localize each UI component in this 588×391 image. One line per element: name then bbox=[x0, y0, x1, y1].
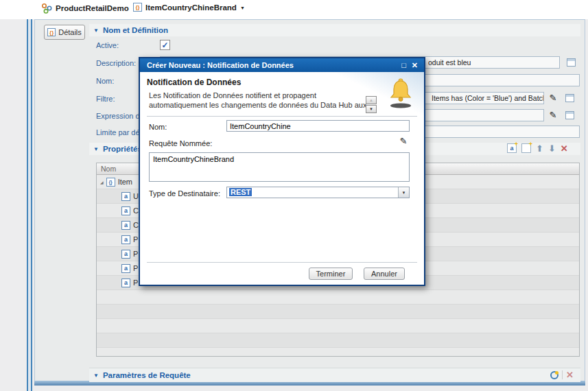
attr-row-label: C bbox=[133, 206, 139, 215]
section-query-params-title: Paramètres de Requête bbox=[103, 371, 191, 379]
dialog-type-label: Type de Destinataire: bbox=[149, 189, 220, 198]
expression-label: Expression d bbox=[96, 112, 140, 120]
section-query-params-header: ▼ Paramètres de Requête ✕ bbox=[89, 368, 580, 382]
tree-expander-icon[interactable]: ◢ bbox=[100, 180, 104, 185]
model-icon bbox=[41, 3, 52, 14]
filtre-label: Filtre: bbox=[96, 95, 115, 103]
description-label: Description: bbox=[96, 59, 136, 67]
dialog-body: Notification de Données Les Notification… bbox=[140, 72, 424, 285]
expression-expand-icon[interactable] bbox=[565, 111, 574, 119]
toolbar-separator bbox=[562, 370, 563, 379]
attribute-icon: a bbox=[121, 250, 130, 259]
table-row bbox=[97, 290, 579, 305]
separator bbox=[147, 116, 417, 117]
separator bbox=[147, 262, 417, 263]
table-row bbox=[97, 333, 579, 348]
add-item-button[interactable]: + bbox=[521, 143, 531, 153]
dialog-requete-label: Requête Nommée: bbox=[149, 139, 212, 147]
filtre-value: Items has (Color = 'Blue') and Batch bbox=[432, 94, 544, 102]
entity-icon: {} bbox=[133, 3, 142, 12]
model-name: ProductRetailDemo bbox=[56, 4, 129, 12]
description-value: oduit est bleu bbox=[428, 58, 471, 67]
add-spark-icon: + bbox=[515, 141, 518, 147]
annuler-button[interactable]: Annuler bbox=[364, 268, 405, 280]
add-spark-icon: + bbox=[529, 141, 532, 147]
entity-name: ItemCountryChineBrand bbox=[145, 3, 237, 12]
attribute-icon: a bbox=[510, 145, 513, 152]
section-name-definition-header: ▼ Nom et Définition bbox=[89, 24, 580, 36]
move-up-button[interactable]: ⬆ bbox=[536, 144, 543, 153]
close-button[interactable]: ✕ bbox=[412, 58, 418, 72]
entity-selector[interactable]: {} ItemCountryChineBrand ▼ bbox=[133, 3, 245, 12]
collapse-icon[interactable]: ▼ bbox=[93, 146, 99, 152]
pane-splitter[interactable] bbox=[27, 19, 32, 391]
active-label: Active: bbox=[96, 41, 119, 49]
attr-row-label: C bbox=[133, 221, 139, 229]
table-row bbox=[97, 305, 579, 319]
checkmark-icon: ✓ bbox=[161, 41, 168, 49]
add-attribute-button[interactable]: a + bbox=[507, 143, 517, 153]
nom-label: Nom: bbox=[96, 77, 114, 85]
object-icon: {} bbox=[106, 178, 115, 187]
delete-query-param-button[interactable]: ✕ bbox=[566, 370, 574, 379]
entity-dropdown-arrow-icon: ▼ bbox=[240, 4, 245, 10]
dialog-requete-textarea[interactable]: ItemCountryChineBrand bbox=[149, 152, 410, 182]
filtre-expand-icon[interactable] bbox=[565, 94, 574, 102]
type-selected-value: REST bbox=[229, 188, 252, 196]
description-expand-icon[interactable] bbox=[567, 58, 576, 67]
move-down-button[interactable]: ⬇ bbox=[548, 144, 556, 153]
collapse-icon[interactable]: ▼ bbox=[93, 372, 99, 379]
active-checkbox[interactable]: ✓ bbox=[160, 40, 170, 50]
edit-query-icon[interactable]: ✎ bbox=[398, 135, 409, 146]
type-dropdown[interactable]: REST ▼ bbox=[226, 187, 410, 198]
description-scroller: ▲ ▼ bbox=[366, 96, 377, 113]
dialog-description-line2: automatiquement les changements de donné… bbox=[149, 101, 366, 109]
section-properties-title: Propriétés bbox=[103, 145, 142, 153]
dialog-nom-input[interactable]: ItemCountryChine bbox=[226, 120, 410, 132]
dialog-heading: Notification de Données bbox=[147, 78, 241, 87]
attribute-icon: a bbox=[121, 264, 130, 273]
dialog-nom-label: Nom: bbox=[149, 123, 167, 131]
attr-row-label: U bbox=[133, 192, 139, 200]
expression-edit-icon[interactable]: ✎ bbox=[548, 109, 558, 120]
attr-row-label: P bbox=[133, 264, 138, 272]
root-row-label: Item bbox=[118, 178, 132, 186]
attribute-icon: a bbox=[121, 221, 130, 230]
delete-property-button[interactable]: ✕ bbox=[561, 144, 568, 153]
model-selector[interactable]: ProductRetailDemo ▼ bbox=[41, 3, 137, 14]
section-name-definition-title: Nom et Définition bbox=[103, 26, 168, 34]
top-toolbar: ProductRetailDemo ▼ {} ItemCountryChineB… bbox=[0, 0, 588, 19]
attribute-icon: a bbox=[121, 279, 130, 287]
dialog-title: Créer Nouveau : Notification de Données bbox=[147, 61, 294, 69]
scroll-down-button[interactable]: ▼ bbox=[366, 105, 377, 113]
maximize-button[interactable]: □ bbox=[401, 58, 406, 72]
table-row bbox=[97, 348, 579, 357]
attribute-icon: a bbox=[121, 192, 130, 201]
attr-row-label: P bbox=[133, 250, 138, 258]
dialog-titlebar[interactable]: Créer Nouveau : Notification de Données … bbox=[140, 58, 424, 72]
details-button-label: Détails bbox=[58, 28, 82, 36]
dropdown-button[interactable]: ▼ bbox=[398, 187, 409, 198]
collapse-icon[interactable]: ▼ bbox=[93, 27, 99, 34]
bell-icon bbox=[387, 78, 414, 110]
attribute-icon: a bbox=[121, 235, 130, 244]
attr-row-label: P bbox=[133, 279, 138, 287]
limite-label: Limite par dé bbox=[96, 128, 140, 137]
attribute-icon: a bbox=[121, 206, 130, 215]
dialog-description-line1: Les Notification de Données notifient et… bbox=[149, 91, 316, 99]
filtre-edit-icon[interactable]: ✎ bbox=[548, 92, 558, 103]
app-root: ProductRetailDemo ▼ {} ItemCountryChineB… bbox=[0, 0, 588, 391]
details-button[interactable]: {} Détails bbox=[44, 25, 85, 40]
table-row bbox=[97, 319, 579, 333]
attr-row-label: P bbox=[133, 235, 138, 244]
terminer-button[interactable]: Terminer bbox=[309, 268, 353, 280]
scroll-up-button[interactable]: ▲ bbox=[366, 96, 377, 104]
properties-toolbar: a + + ⬆ ⬇ ✕ bbox=[507, 143, 568, 153]
query-params-toolbar: ✕ bbox=[550, 370, 574, 379]
details-icon: {} bbox=[47, 28, 56, 36]
refresh-button[interactable] bbox=[550, 371, 558, 379]
create-notification-dialog: Créer Nouveau : Notification de Données … bbox=[139, 57, 425, 286]
